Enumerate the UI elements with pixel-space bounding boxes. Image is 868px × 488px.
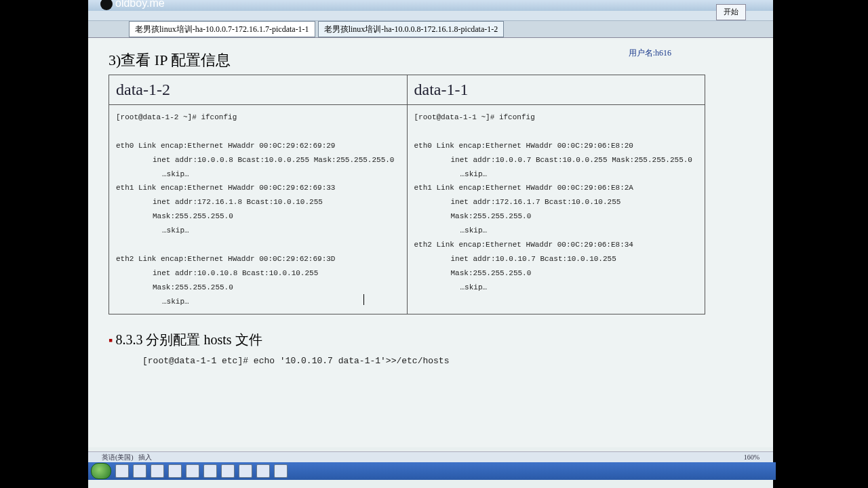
task-icon[interactable] [239, 464, 252, 478]
right-eth2: eth2 Link encap:Ethernet HWaddr 00:0C:29… [414, 238, 698, 252]
prompt-left: [root@data-1-2 ~]# ifconfig [116, 110, 400, 125]
right-eth0-addr: inet addr:10.0.0.7 Bcast:10.0.0.255 Mask… [414, 153, 698, 167]
task-icon[interactable] [203, 464, 217, 478]
left-skip1: …skip… [116, 167, 400, 182]
taskbar[interactable] [88, 462, 776, 480]
watermark: oldboy.me [100, 0, 165, 10]
app-window: 老男孩linux培训-ha-10.0.0.7-172.16.1.7-picdat… [88, 0, 773, 488]
right-eth1: eth1 Link encap:Ethernet HWaddr 00:0C:29… [414, 181, 698, 195]
left-eth0-addr: inet addr:10.0.0.8 Bcast:10.0.0.255 Mask… [116, 153, 400, 167]
task-icon[interactable] [256, 464, 270, 478]
hosts-command: [root@data-1-1 etc]# echo '10.0.10.7 dat… [142, 356, 760, 366]
left-eth1-addr: inet addr:172.16.1.8 Bcast:10.0.10.255 M… [116, 195, 400, 224]
comparison-table: data-1-2 data-1-1 [root@data-1-2 ~]# ifc… [108, 75, 705, 314]
right-skip3: …skip… [414, 281, 698, 295]
left-skip3: …skip… [116, 295, 400, 309]
tab-doc2[interactable]: 老男孩linux培训-ha-10.0.0.8-172.16.1.8-picdat… [318, 21, 505, 37]
right-eth2-addr: inet addr:10.0.10.7 Bcast:10.0.10.255 Ma… [414, 252, 698, 281]
prompt-right: [root@data-1-1 ~]# ifconfig [414, 110, 698, 125]
left-eth2: eth2 Link encap:Ethernet HWaddr 00:0C:29… [116, 252, 400, 266]
left-skip2: …skip… [116, 224, 400, 238]
cell-title-left: data-1-2 [109, 75, 408, 105]
right-eth0: eth0 Link encap:Ethernet HWaddr 00:0C:29… [414, 139, 698, 153]
document-tabs: 老男孩linux培训-ha-10.0.0.7-172.16.1.7-picdat… [88, 21, 773, 38]
task-icon[interactable] [168, 464, 182, 478]
cell-title-right: data-1-1 [407, 75, 705, 105]
logo-icon [100, 0, 113, 10]
right-skip2: …skip… [414, 224, 698, 238]
left-eth1: eth1 Link encap:Ethernet HWaddr 00:0C:29… [116, 181, 400, 195]
task-icon[interactable] [221, 464, 235, 478]
tab-doc1[interactable]: 老男孩linux培训-ha-10.0.0.7-172.16.1.7-picdat… [129, 21, 315, 37]
document-body: 用户名:h616 3)查看 IP 配置信息 data-1-2 data-1-1 … [88, 38, 773, 447]
start-button[interactable]: 开始 [716, 4, 746, 20]
start-menu-button[interactable] [91, 463, 111, 479]
status-lang: 英语(美国) [102, 453, 134, 461]
menu-bar[interactable] [88, 11, 773, 21]
status-bar: 英语(美国) 插入 160% [88, 451, 773, 462]
task-icon[interactable] [151, 464, 164, 478]
text-cursor [363, 294, 364, 305]
title-bar [88, 0, 773, 11]
right-skip1: …skip… [414, 167, 698, 182]
section-heading-hosts: ▪8.3.3 分别配置 hosts 文件 [108, 331, 760, 349]
watermark-text: oldboy.me [115, 0, 165, 9]
section2-text: 8.3.3 分别配置 hosts 文件 [115, 332, 262, 347]
task-icon[interactable] [133, 464, 146, 478]
bullet-icon: ▪ [108, 333, 113, 347]
status-zoom[interactable]: 160% [744, 453, 760, 461]
task-icon[interactable] [186, 464, 199, 478]
right-eth1-addr: inet addr:172.16.1.7 Bcast:10.0.10.255 M… [414, 195, 698, 224]
task-icon[interactable] [115, 464, 129, 478]
cell-body-right: [root@data-1-1 ~]# ifconfig eth0 Link en… [407, 105, 705, 314]
left-eth0: eth0 Link encap:Ethernet HWaddr 00:0C:29… [116, 139, 400, 153]
cell-body-left: [root@data-1-2 ~]# ifconfig eth0 Link en… [109, 105, 408, 314]
status-mode: 插入 [138, 453, 152, 461]
username-label: 用户名:h616 [629, 47, 671, 59]
left-eth2-addr: inet addr:10.0.10.8 Bcast:10.0.10.255 Ma… [116, 266, 400, 295]
task-icon[interactable] [274, 464, 288, 478]
